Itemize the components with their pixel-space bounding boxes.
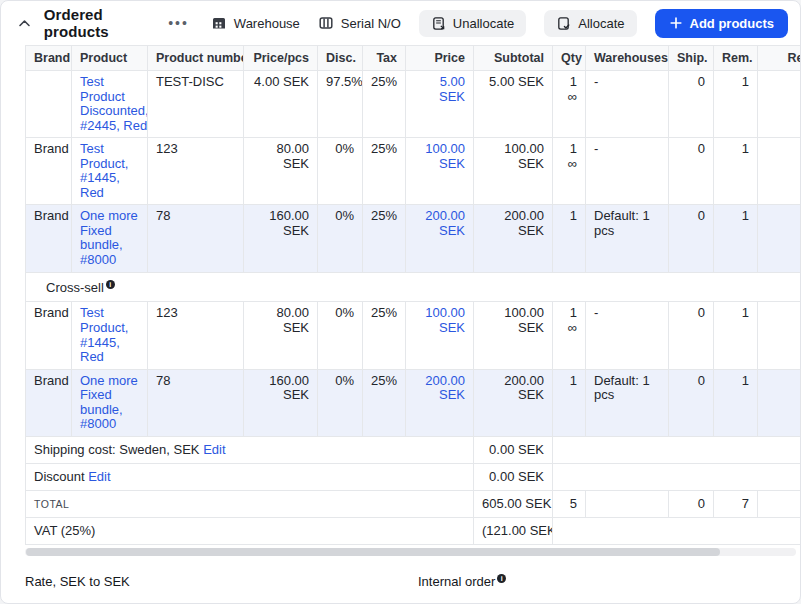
- disc-cell: 0%: [318, 369, 363, 436]
- total-qty: 5: [553, 490, 586, 517]
- discount-edit-link[interactable]: Edit: [88, 469, 110, 484]
- ship-cell: 0: [669, 369, 714, 436]
- toolbar-actions: ••• Warehouse Serial N/O Unallocate: [164, 9, 788, 38]
- product-link[interactable]: Test Product Discounted, #2445, Red: [80, 75, 148, 133]
- col-product: Product: [72, 46, 148, 71]
- rem-cell: 1: [714, 369, 758, 436]
- product-row-highlighted: Brand One more Fixed bundle, #8000 78 16…: [26, 369, 801, 436]
- tax-cell: 25%: [363, 205, 406, 272]
- total-label: TOTAL: [34, 498, 69, 510]
- col-warehouses: Warehouses: [586, 46, 669, 71]
- col-brand: Brand: [26, 46, 72, 71]
- add-products-button[interactable]: Add products: [655, 9, 789, 38]
- discount-row: Discount Edit 0.00 SEK: [26, 463, 801, 490]
- warehouses-cell: -: [586, 302, 669, 369]
- shipping-edit-link[interactable]: Edit: [203, 442, 225, 457]
- discount-amount: 0.00 SEK: [474, 463, 553, 490]
- shipping-cost-row: Shipping cost: Sweden, SEK Edit 0.00 SEK: [26, 436, 801, 463]
- info-icon[interactable]: i: [497, 574, 506, 583]
- ship-cell: 0: [669, 71, 714, 138]
- total-rem: 7: [714, 490, 758, 517]
- order-settings-section: Rate, SEK to SEK 1.00000 Change rate Int…: [1, 556, 800, 604]
- price-pcs-cell: 160.00 SEK: [244, 369, 318, 436]
- ret-cell: 0: [758, 302, 801, 369]
- ret-cell: 0: [758, 369, 801, 436]
- collapse-button[interactable]: [15, 13, 34, 33]
- qty-cell: 1: [553, 369, 586, 436]
- disc-cell: 0%: [318, 302, 363, 369]
- col-subtotal: Subtotal: [474, 46, 553, 71]
- ship-cell: 0: [669, 138, 714, 205]
- product-link[interactable]: Test Product, #1445, Red: [80, 142, 139, 200]
- brand-cell: [26, 71, 72, 138]
- price-link[interactable]: 100.00 SEK: [425, 305, 465, 335]
- scrollbar-thumb[interactable]: [26, 548, 720, 556]
- serial-no-label: Serial N/O: [341, 16, 401, 31]
- col-product-number: Product number: [148, 46, 244, 71]
- rate-block: Rate, SEK to SEK 1.00000 Change rate: [25, 574, 418, 604]
- subtotal-cell: 5.00 SEK: [474, 71, 553, 138]
- serial-no-button[interactable]: Serial N/O: [318, 15, 401, 31]
- cross-sell-section-row: Cross-selli: [26, 272, 801, 302]
- more-menu-button[interactable]: •••: [164, 15, 193, 31]
- unallocate-label: Unallocate: [453, 16, 514, 31]
- disc-cell: 97.5%: [318, 71, 363, 138]
- price-link[interactable]: 200.00 SEK: [425, 373, 465, 403]
- unallocate-icon: [431, 16, 446, 31]
- horizontal-scrollbar: [25, 548, 796, 556]
- ret-cell: 0: [758, 205, 801, 272]
- product-link[interactable]: One more Fixed bundle, #8000: [80, 374, 139, 432]
- total-ship: 0: [669, 490, 714, 517]
- info-icon[interactable]: i: [106, 280, 115, 289]
- rem-cell: 1: [714, 302, 758, 369]
- unallocate-button[interactable]: Unallocate: [419, 10, 526, 37]
- tax-cell: 25%: [363, 138, 406, 205]
- price-link[interactable]: 100.00 SEK: [425, 141, 465, 171]
- panel-header: Ordered products ••• Warehouse Serial N/…: [1, 1, 800, 45]
- warehouse-icon: [211, 15, 227, 31]
- vat-amount: (121.00 SEK): [474, 517, 553, 544]
- rate-label: Rate, SEK to SEK: [25, 574, 418, 589]
- rem-cell: 1: [714, 71, 758, 138]
- warehouses-cell: -: [586, 71, 669, 138]
- warehouse-label: Warehouse: [234, 16, 300, 31]
- qty-cell: 1 ∞: [553, 302, 586, 369]
- tax-cell: 25%: [363, 369, 406, 436]
- total-row: TOTAL 605.00 SEK 5 0 7 0: [26, 490, 801, 517]
- subtotal-cell: 200.00 SEK: [474, 369, 553, 436]
- warehouses-cell: -: [586, 138, 669, 205]
- rem-cell: 1: [714, 138, 758, 205]
- price-link[interactable]: 200.00 SEK: [425, 208, 465, 238]
- warehouses-cell: Default: 1 pcs: [586, 369, 669, 436]
- warehouses-cell: Default: 1 pcs: [586, 205, 669, 272]
- table-header-row: Brand Product Product number Price/pcs D…: [26, 46, 801, 71]
- brand-cell: Brand: [26, 369, 72, 436]
- product-row: Brand Test Product, #1445, Red 123 80.00…: [26, 302, 801, 369]
- add-products-label: Add products: [690, 16, 775, 31]
- col-tax: Tax: [363, 46, 406, 71]
- ship-cell: 0: [669, 205, 714, 272]
- price-pcs-cell: 80.00 SEK: [244, 302, 318, 369]
- product-link[interactable]: Test Product, #1445, Red: [80, 306, 139, 364]
- empty-cell: [586, 490, 669, 517]
- ret-cell: 0: [758, 138, 801, 205]
- vat-row: VAT (25%) (121.00 SEK): [26, 517, 801, 544]
- product-number-cell: 78: [148, 369, 244, 436]
- ret-cell: 0: [758, 71, 801, 138]
- brand-cell: Brand: [26, 138, 72, 205]
- total-ret: 0: [758, 490, 801, 517]
- col-disc: Disc.: [318, 46, 363, 71]
- disc-cell: 0%: [318, 205, 363, 272]
- price-pcs-cell: 80.00 SEK: [244, 138, 318, 205]
- disc-cell: 0%: [318, 138, 363, 205]
- qty-cell: 1 ∞: [553, 138, 586, 205]
- products-table-wrap: Brand Product Product number Price/pcs D…: [25, 45, 801, 545]
- qty-cell: 1 ∞: [553, 71, 586, 138]
- allocate-button[interactable]: Allocate: [544, 10, 636, 37]
- product-link[interactable]: One more Fixed bundle, #8000: [80, 209, 139, 267]
- product-row: Brand Test Product, #1445, Red 123 80.00…: [26, 138, 801, 205]
- price-link[interactable]: 5.00 SEK: [439, 74, 465, 104]
- subtotal-cell: 100.00 SEK: [474, 302, 553, 369]
- warehouse-button[interactable]: Warehouse: [211, 15, 300, 31]
- col-ret: Ret.: [758, 46, 801, 71]
